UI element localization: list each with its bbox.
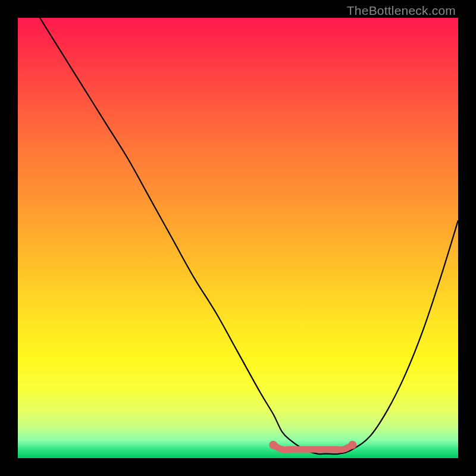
watermark-text: TheBottleneck.com — [347, 4, 456, 18]
bottleneck-curve-path — [40, 18, 458, 454]
chart-svg — [18, 18, 458, 458]
chart-container: TheBottleneck.com — [0, 0, 476, 476]
optimal-range-marker-path — [273, 445, 352, 450]
plot-area — [18, 18, 458, 458]
marker-start-dot — [269, 441, 277, 449]
marker-end-dot — [348, 441, 356, 449]
